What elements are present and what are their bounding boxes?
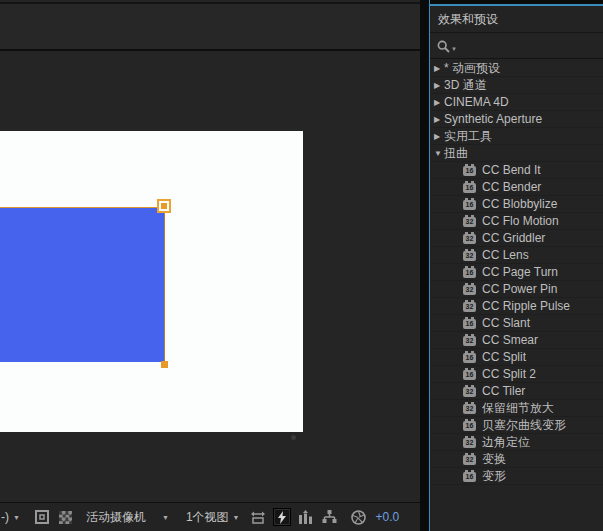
triangle-collapsed-icon[interactable]: ▶ <box>434 81 444 90</box>
triangle-collapsed-icon[interactable]: ▶ <box>434 98 444 107</box>
aperture-icon <box>351 510 366 525</box>
category-label: * 动画预设 <box>444 60 500 77</box>
view-layout-label: 1个视图 <box>186 509 229 526</box>
effect-row[interactable]: 16CC Split <box>430 349 603 366</box>
effect-label: CC Lens <box>482 248 529 262</box>
fast-previews-button[interactable] <box>273 508 291 526</box>
effect-label: 变换 <box>482 451 506 468</box>
effect-row[interactable]: 16CC Page Turn <box>430 264 603 281</box>
effect-label: CC Tiler <box>482 384 525 398</box>
camera-view-dropdown[interactable]: 活动摄像机 ▼ <box>86 506 169 528</box>
category-row[interactable]: ▶实用工具 <box>430 128 603 145</box>
effect-label: 保留细节放大 <box>482 400 554 417</box>
effect-row[interactable]: 32变换 <box>430 451 603 468</box>
exposure-value: +0.0 <box>376 510 400 524</box>
effect-label: CC Split <box>482 350 526 364</box>
search-options-caret-icon[interactable]: ▼ <box>451 46 457 52</box>
magnification-partial-label: -) <box>1 510 9 524</box>
region-of-interest-icon <box>35 510 49 524</box>
panel-title: 效果和预设 <box>438 11 498 28</box>
bit-depth-icon: 32 <box>463 302 476 312</box>
bit-depth-icon: 16 <box>463 421 476 431</box>
anchor-point-dot <box>291 435 296 440</box>
view-layout-dropdown[interactable]: 1个视图 ▼ <box>186 506 240 528</box>
composition-panel: -) ▼ 活动摄像机 ▼ 1个视图 ▼ <box>0 0 420 531</box>
effect-row[interactable]: 32CC Flo Motion <box>430 213 603 230</box>
effect-label: 边角定位 <box>482 434 530 451</box>
pixel-aspect-correction-button[interactable] <box>249 508 267 526</box>
magnification-dropdown[interactable]: -) ▼ <box>1 506 20 528</box>
category-row[interactable]: ▶* 动画预设 <box>430 60 603 77</box>
blue-rectangle-layer[interactable] <box>0 207 165 362</box>
triangle-expanded-icon[interactable]: ▼ <box>434 149 444 158</box>
bit-depth-icon: 32 <box>463 336 476 346</box>
effect-row[interactable]: 32CC Smear <box>430 332 603 349</box>
bit-depth-icon: 16 <box>463 472 476 482</box>
selection-handle-topright-dot <box>161 203 167 209</box>
effect-label: CC Griddler <box>482 231 545 245</box>
selection-handle-topright[interactable] <box>157 199 171 213</box>
category-label: 实用工具 <box>444 128 492 145</box>
camera-view-label: 活动摄像机 <box>86 509 146 526</box>
category-row[interactable]: ▼扭曲 <box>430 145 603 162</box>
effect-row[interactable]: 16CC Slant <box>430 315 603 332</box>
effect-row[interactable]: 16变形 <box>430 468 603 485</box>
category-row[interactable]: ▶3D 通道 <box>430 77 603 94</box>
effect-row[interactable]: 16CC Split 2 <box>430 366 603 383</box>
effect-label: 变形 <box>482 468 506 485</box>
effects-presets-panel: 效果和预设 ▼ ▶* 动画预设▶3D 通道▶CINEMA 4D▶Syntheti… <box>429 0 603 531</box>
triangle-collapsed-icon[interactable]: ▶ <box>434 64 444 73</box>
effect-label: CC Slant <box>482 316 530 330</box>
effect-row[interactable]: 16CC Blobbylize <box>430 196 603 213</box>
category-label: Synthetic Aperture <box>444 112 542 126</box>
adjust-exposure-control[interactable]: +0.0 <box>374 506 400 528</box>
transparency-grid-icon <box>59 511 72 524</box>
search-icon[interactable] <box>437 40 450 53</box>
search-input[interactable] <box>463 37 603 55</box>
comp-flowchart-button[interactable] <box>321 508 339 526</box>
effects-search-row: ▼ <box>430 34 603 59</box>
effect-row[interactable]: 32CC Lens <box>430 247 603 264</box>
effect-row[interactable]: 32边角定位 <box>430 434 603 451</box>
viewer-toolbar: -) ▼ 活动摄像机 ▼ 1个视图 ▼ <box>0 502 420 531</box>
timeline-button[interactable] <box>297 508 315 526</box>
effect-row[interactable]: 16CC Bender <box>430 179 603 196</box>
composition-viewer[interactable] <box>0 51 420 502</box>
chevron-down-icon: ▼ <box>233 514 240 521</box>
category-row[interactable]: ▶CINEMA 4D <box>430 94 603 111</box>
effect-row[interactable]: 16贝塞尔曲线变形 <box>430 417 603 434</box>
bit-depth-icon: 32 <box>463 438 476 448</box>
flowchart-icon <box>322 510 337 524</box>
bit-depth-icon: 32 <box>463 455 476 465</box>
chevron-down-icon: ▼ <box>13 514 20 521</box>
effect-row[interactable]: 32保留细节放大 <box>430 400 603 417</box>
triangle-collapsed-icon[interactable]: ▶ <box>434 132 444 141</box>
effect-row[interactable]: 16CC Bend It <box>430 162 603 179</box>
effect-row[interactable]: 32CC Ripple Pulse <box>430 298 603 315</box>
timeline-icon <box>298 510 313 524</box>
panel-gap <box>420 0 429 531</box>
region-of-interest-button[interactable] <box>33 508 51 526</box>
effect-label: CC Power Pin <box>482 282 557 296</box>
after-effects-workspace: -) ▼ 活动摄像机 ▼ 1个视图 ▼ <box>0 0 603 531</box>
bit-depth-icon: 16 <box>463 200 476 210</box>
selection-handle-bottomright[interactable] <box>161 361 168 368</box>
lightning-bolt-icon <box>277 511 287 524</box>
effect-label: CC Blobbylize <box>482 197 557 211</box>
bit-depth-icon: 16 <box>463 268 476 278</box>
category-label: CINEMA 4D <box>444 95 509 109</box>
bit-depth-icon: 32 <box>463 234 476 244</box>
effects-presets-tab[interactable]: 效果和预设 <box>430 6 603 33</box>
reset-exposure-button[interactable] <box>350 508 368 526</box>
effect-label: CC Ripple Pulse <box>482 299 570 313</box>
effect-row[interactable]: 32CC Tiler <box>430 383 603 400</box>
effects-list: ▶* 动画预设▶3D 通道▶CINEMA 4D▶Synthetic Apertu… <box>430 60 603 531</box>
effect-row[interactable]: 32CC Griddler <box>430 230 603 247</box>
category-row[interactable]: ▶Synthetic Aperture <box>430 111 603 128</box>
composition-canvas[interactable] <box>0 131 303 432</box>
effect-row[interactable]: 32CC Power Pin <box>430 281 603 298</box>
chevron-down-icon: ▼ <box>162 514 169 521</box>
transparency-grid-button[interactable] <box>57 508 75 526</box>
bit-depth-icon: 16 <box>463 370 476 380</box>
triangle-collapsed-icon[interactable]: ▶ <box>434 115 444 124</box>
